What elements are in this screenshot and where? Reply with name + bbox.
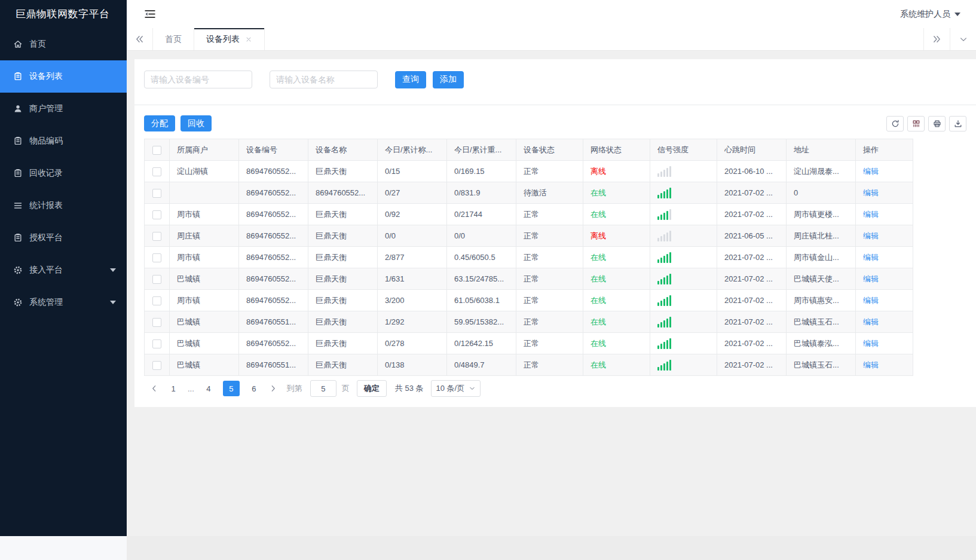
page-word: 页 [342,383,350,394]
confirm-button[interactable]: 确定 [357,380,387,397]
edit-link[interactable]: 编辑 [863,274,879,283]
edit-link[interactable]: 编辑 [863,296,879,305]
printer-icon [933,120,941,128]
sidebar-item-recycle-record[interactable]: 回收记录 [0,157,127,189]
user-menu[interactable]: 系统维护人员 [900,9,960,20]
edit-link[interactable]: 编辑 [863,167,879,176]
page-button[interactable]: 5 [223,381,240,396]
sidebar-item-item-code[interactable]: 物品编码 [0,125,127,157]
cell-today-weight: 0/0 [447,225,516,247]
assign-button[interactable]: 分配 [144,115,175,131]
sidebar-item-system-mgmt[interactable]: 系统管理 [0,286,127,319]
cell-device-no: 8694760552... [239,204,308,225]
cell-merchant: 周市镇 [170,247,239,268]
sidebar-item-label: 统计报表 [29,200,63,211]
sidebar-item-device-list[interactable]: 设备列表 [0,60,127,93]
cell-today-weight: 63.15/24785... [447,268,516,290]
cell-today-count: 0/27 [378,182,447,204]
device-table-body: 淀山湖镇8694760552...巨鼎天衡0/150/169.15正常离线202… [145,161,913,376]
table-row: 巴城镇8694760551...巨鼎天衡1/29259.95/15382...正… [145,311,913,333]
query-button[interactable]: 查询 [395,71,426,88]
row-checkbox[interactable] [152,167,161,176]
add-button[interactable]: 添加 [433,71,464,88]
chevron-double-left-icon [135,35,144,44]
cell-heartbeat: 2021-07-02 ... [717,182,787,204]
row-checkbox[interactable] [152,210,161,219]
menu-icon [13,201,23,210]
cell-today-count: 0/278 [378,333,447,354]
edit-link[interactable]: 编辑 [863,210,879,219]
row-checkbox[interactable] [152,296,161,305]
close-icon[interactable] [245,36,252,43]
sidebar-item-access-platform[interactable]: 接入平台 [0,254,127,286]
cell-heartbeat: 2021-07-02 ... [717,290,787,311]
tabs-menu-button[interactable] [950,28,976,50]
chevron-down-icon [469,385,475,391]
goto-page-input[interactable] [310,380,336,397]
sidebar-item-auth-platform[interactable]: 授权平台 [0,222,127,254]
cell-device-no: 8694760552... [239,333,308,354]
row-checkbox[interactable] [152,253,161,262]
content-area: 查询 添加 分配 回收 [127,51,976,536]
sidebar-item-stats-report[interactable]: 统计报表 [0,189,127,222]
tab-device-list[interactable]: 设备列表 [194,28,265,50]
cell-device-name: 巨鼎天衡 [308,354,378,376]
cell-merchant: 巴城镇 [170,311,239,333]
export-button[interactable] [949,116,966,131]
edit-link[interactable]: 编辑 [863,360,879,369]
cell-network-status: 离线 [583,225,650,247]
cell-device-name: 巨鼎天衡 [308,247,378,268]
device-name-input[interactable] [270,71,378,88]
column-header: 信号强度 [650,139,717,161]
refresh-button[interactable] [886,116,904,131]
home-icon [13,39,23,49]
print-button[interactable] [928,116,946,131]
page-button[interactable]: 4 [200,381,217,396]
row-checkbox[interactable] [152,361,161,370]
sidebar-item-merchant-mgmt[interactable]: 商户管理 [0,93,127,125]
table-header-row: 所属商户设备编号设备名称今日/累计称...今日/累计重...设备状态网络状态信号… [145,139,913,161]
column-header: 设备状态 [516,139,583,161]
tab-home[interactable]: 首页 [153,28,194,50]
cell-address: 巴城镇天使... [787,268,856,290]
prev-page-button[interactable] [146,384,162,393]
cell-device-status: 正常 [516,354,583,376]
edit-link[interactable]: 编辑 [863,231,879,240]
cell-device-status: 正常 [516,204,583,225]
total-count: 共 53 条 [395,383,424,394]
signal-strength-icon [657,295,709,306]
row-checkbox[interactable] [152,232,161,241]
row-checkbox[interactable] [152,318,161,327]
edit-link[interactable]: 编辑 [863,339,879,348]
edit-link[interactable]: 编辑 [863,317,879,326]
cell-heartbeat: 2021-07-02 ... [717,247,787,268]
page-size-select[interactable]: 10 条/页 [431,380,481,397]
next-page-button[interactable] [265,384,281,393]
sidebar-item-label: 设备列表 [29,71,63,82]
device-no-input[interactable] [144,71,252,88]
table-row: 巴城镇8694760552...巨鼎天衡0/2780/12642.15正常在线2… [145,333,913,354]
cell-merchant: 周庄镇 [170,225,239,247]
recycle-button[interactable]: 回收 [180,115,212,131]
columns-button[interactable] [907,116,925,131]
edit-link[interactable]: 编辑 [863,253,879,262]
tabs-scroll-left-button[interactable] [127,28,153,50]
row-checkbox[interactable] [152,275,161,284]
page-button[interactable]: 1 [165,381,182,396]
cell-address: 巴城镇玉石... [787,311,856,333]
row-checkbox[interactable] [152,189,161,198]
tabs-scroll-right-button[interactable] [923,28,950,50]
select-all-checkbox[interactable] [152,146,161,155]
cell-today-count: 0/0 [378,225,447,247]
sidebar-item-label: 首页 [29,39,46,50]
sidebar-collapse-icon[interactable] [145,10,155,19]
cell-heartbeat: 2021-07-02 ... [717,311,787,333]
page-button[interactable]: 6 [246,381,262,396]
goto-label: 到第 [287,383,302,394]
gear-icon [13,298,23,307]
sidebar-item-label: 回收记录 [29,168,63,179]
sidebar-item-home[interactable]: 首页 [0,28,127,60]
row-checkbox[interactable] [152,339,161,348]
edit-link[interactable]: 编辑 [863,188,879,197]
table-row: 周市镇8694760552...巨鼎天衡2/8770.45/6050.5正常在线… [145,247,913,268]
